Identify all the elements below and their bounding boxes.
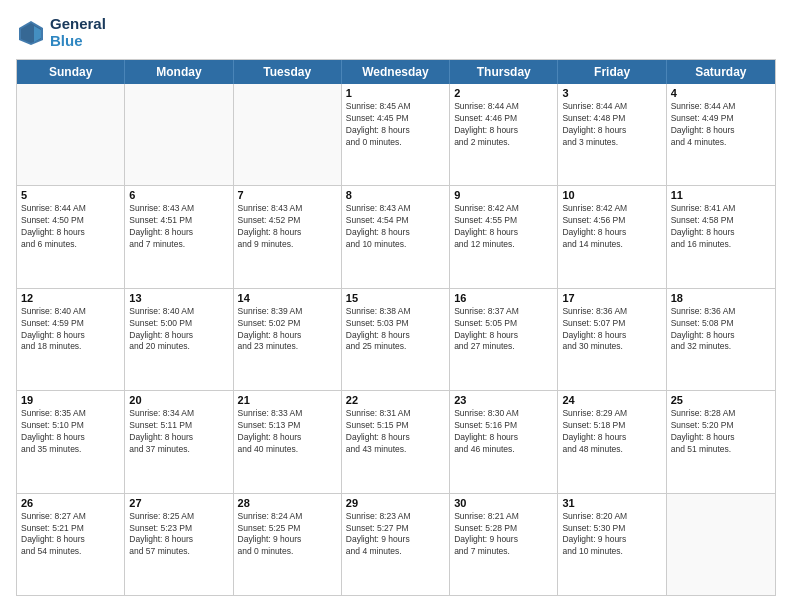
day-number: 12 <box>21 292 120 304</box>
cell-info-line: Daylight: 8 hours <box>346 227 445 239</box>
cell-info-line: Daylight: 8 hours <box>562 432 661 444</box>
cell-info-line: Daylight: 8 hours <box>671 330 771 342</box>
calendar-cell: 9Sunrise: 8:42 AMSunset: 4:55 PMDaylight… <box>450 186 558 287</box>
cell-info-line: Sunset: 5:13 PM <box>238 420 337 432</box>
cell-info-line: and 40 minutes. <box>238 444 337 456</box>
cell-info-line: Sunrise: 8:34 AM <box>129 408 228 420</box>
cell-info-line: and 27 minutes. <box>454 341 553 353</box>
cell-info-line: Daylight: 8 hours <box>238 227 337 239</box>
cell-info-line: Daylight: 9 hours <box>562 534 661 546</box>
cell-info-line: Sunset: 5:03 PM <box>346 318 445 330</box>
day-number: 2 <box>454 87 553 99</box>
calendar-cell: 20Sunrise: 8:34 AMSunset: 5:11 PMDayligh… <box>125 391 233 492</box>
cell-info-line: Daylight: 8 hours <box>671 432 771 444</box>
cell-info-line: Sunset: 5:00 PM <box>129 318 228 330</box>
cell-info-line: Sunset: 5:20 PM <box>671 420 771 432</box>
cell-info-line: Daylight: 8 hours <box>562 330 661 342</box>
header: General Blue <box>16 16 776 49</box>
cell-info-line: Sunrise: 8:41 AM <box>671 203 771 215</box>
cell-info-line: Daylight: 9 hours <box>346 534 445 546</box>
cell-info-line: and 0 minutes. <box>238 546 337 558</box>
calendar-cell: 14Sunrise: 8:39 AMSunset: 5:02 PMDayligh… <box>234 289 342 390</box>
calendar-cell: 19Sunrise: 8:35 AMSunset: 5:10 PMDayligh… <box>17 391 125 492</box>
cell-info-line: Sunrise: 8:44 AM <box>562 101 661 113</box>
cell-info-line: Sunset: 4:48 PM <box>562 113 661 125</box>
cell-info-line: Sunrise: 8:20 AM <box>562 511 661 523</box>
cell-info-line: Sunset: 4:49 PM <box>671 113 771 125</box>
cell-info-line: Sunrise: 8:43 AM <box>238 203 337 215</box>
cell-info-line: Sunrise: 8:28 AM <box>671 408 771 420</box>
day-number: 26 <box>21 497 120 509</box>
calendar-cell: 13Sunrise: 8:40 AMSunset: 5:00 PMDayligh… <box>125 289 233 390</box>
day-number: 11 <box>671 189 771 201</box>
calendar-cell: 29Sunrise: 8:23 AMSunset: 5:27 PMDayligh… <box>342 494 450 595</box>
calendar-cell: 17Sunrise: 8:36 AMSunset: 5:07 PMDayligh… <box>558 289 666 390</box>
cell-info-line: Daylight: 8 hours <box>454 330 553 342</box>
cell-info-line: Sunset: 5:25 PM <box>238 523 337 535</box>
calendar-cell: 1Sunrise: 8:45 AMSunset: 4:45 PMDaylight… <box>342 84 450 185</box>
cell-info-line: and 9 minutes. <box>238 239 337 251</box>
cell-info-line: Sunset: 5:23 PM <box>129 523 228 535</box>
cell-info-line: and 4 minutes. <box>346 546 445 558</box>
cell-info-line: Sunrise: 8:42 AM <box>454 203 553 215</box>
day-number: 10 <box>562 189 661 201</box>
cell-info-line: Daylight: 8 hours <box>671 125 771 137</box>
cell-info-line: and 54 minutes. <box>21 546 120 558</box>
day-number: 5 <box>21 189 120 201</box>
day-number: 3 <box>562 87 661 99</box>
calendar-cell: 16Sunrise: 8:37 AMSunset: 5:05 PMDayligh… <box>450 289 558 390</box>
cell-info-line: Sunset: 5:11 PM <box>129 420 228 432</box>
calendar-cell: 5Sunrise: 8:44 AMSunset: 4:50 PMDaylight… <box>17 186 125 287</box>
calendar-cell: 25Sunrise: 8:28 AMSunset: 5:20 PMDayligh… <box>667 391 775 492</box>
day-number: 4 <box>671 87 771 99</box>
cell-info-line: Sunset: 5:08 PM <box>671 318 771 330</box>
calendar-cell: 26Sunrise: 8:27 AMSunset: 5:21 PMDayligh… <box>17 494 125 595</box>
day-number: 23 <box>454 394 553 406</box>
cell-info-line: Daylight: 8 hours <box>346 432 445 444</box>
calendar-cell: 7Sunrise: 8:43 AMSunset: 4:52 PMDaylight… <box>234 186 342 287</box>
calendar-cell <box>125 84 233 185</box>
calendar-week-row: 1Sunrise: 8:45 AMSunset: 4:45 PMDaylight… <box>17 84 775 186</box>
cell-info-line: and 7 minutes. <box>454 546 553 558</box>
calendar-cell: 21Sunrise: 8:33 AMSunset: 5:13 PMDayligh… <box>234 391 342 492</box>
cell-info-line: Sunrise: 8:38 AM <box>346 306 445 318</box>
cell-info-line: Daylight: 8 hours <box>238 330 337 342</box>
cell-info-line: and 57 minutes. <box>129 546 228 558</box>
calendar-week-row: 26Sunrise: 8:27 AMSunset: 5:21 PMDayligh… <box>17 494 775 595</box>
cell-info-line: Sunrise: 8:43 AM <box>129 203 228 215</box>
cell-info-line: Sunrise: 8:43 AM <box>346 203 445 215</box>
calendar-header-cell: Thursday <box>450 60 558 84</box>
calendar-header-cell: Monday <box>125 60 233 84</box>
calendar-header: SundayMondayTuesdayWednesdayThursdayFrid… <box>17 60 775 84</box>
day-number: 30 <box>454 497 553 509</box>
cell-info-line: and 6 minutes. <box>21 239 120 251</box>
cell-info-line: and 2 minutes. <box>454 137 553 149</box>
cell-info-line: Sunrise: 8:39 AM <box>238 306 337 318</box>
day-number: 24 <box>562 394 661 406</box>
cell-info-line: Sunrise: 8:31 AM <box>346 408 445 420</box>
calendar-week-row: 5Sunrise: 8:44 AMSunset: 4:50 PMDaylight… <box>17 186 775 288</box>
cell-info-line: Daylight: 8 hours <box>21 534 120 546</box>
cell-info-line: Sunset: 4:50 PM <box>21 215 120 227</box>
cell-info-line: Sunset: 5:16 PM <box>454 420 553 432</box>
calendar-cell: 4Sunrise: 8:44 AMSunset: 4:49 PMDaylight… <box>667 84 775 185</box>
cell-info-line: Daylight: 8 hours <box>454 432 553 444</box>
day-number: 18 <box>671 292 771 304</box>
day-number: 9 <box>454 189 553 201</box>
cell-info-line: and 46 minutes. <box>454 444 553 456</box>
cell-info-line: Sunrise: 8:45 AM <box>346 101 445 113</box>
day-number: 16 <box>454 292 553 304</box>
cell-info-line: Sunrise: 8:25 AM <box>129 511 228 523</box>
day-number: 21 <box>238 394 337 406</box>
day-number: 17 <box>562 292 661 304</box>
calendar-cell: 12Sunrise: 8:40 AMSunset: 4:59 PMDayligh… <box>17 289 125 390</box>
calendar-cell: 11Sunrise: 8:41 AMSunset: 4:58 PMDayligh… <box>667 186 775 287</box>
cell-info-line: and 10 minutes. <box>346 239 445 251</box>
cell-info-line: Daylight: 8 hours <box>346 125 445 137</box>
calendar: SundayMondayTuesdayWednesdayThursdayFrid… <box>16 59 776 596</box>
logo: General Blue <box>16 16 106 49</box>
cell-info-line: Sunset: 4:59 PM <box>21 318 120 330</box>
calendar-cell: 31Sunrise: 8:20 AMSunset: 5:30 PMDayligh… <box>558 494 666 595</box>
cell-info-line: Sunrise: 8:40 AM <box>21 306 120 318</box>
calendar-cell: 18Sunrise: 8:36 AMSunset: 5:08 PMDayligh… <box>667 289 775 390</box>
